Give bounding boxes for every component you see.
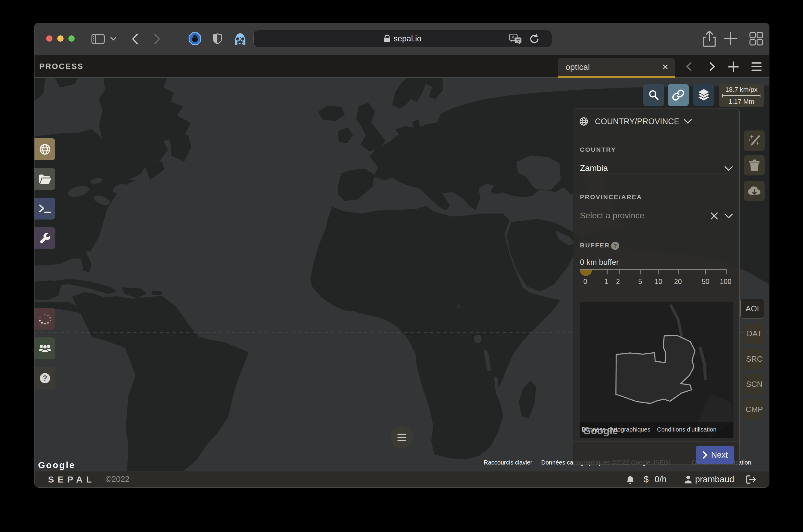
svg-text:?: ? [43,374,47,382]
svg-text:A: A [512,35,515,40]
svg-text:Conditions d'utilisation: Conditions d'utilisation [657,426,716,433]
svg-text:文: 文 [516,38,520,43]
svg-text:Données cartographiques: Données cartographiques [582,426,650,433]
svg-text:Google: Google [38,460,74,470]
